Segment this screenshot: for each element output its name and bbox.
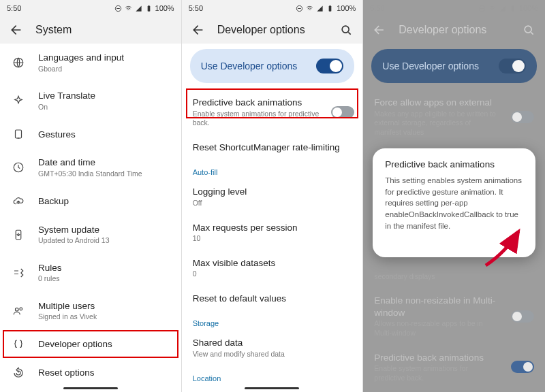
row-subtitle: On [38,103,170,112]
signal-icon [135,5,142,12]
back-icon[interactable] [191,23,205,37]
row-title: Reset options [38,367,170,379]
screen-title: System [35,24,72,36]
chip-label: Use Developer options [382,61,479,71]
row-title: Gestures [38,129,170,141]
row-gestures[interactable]: Gestures [0,120,181,148]
screen-developer-options-dialog: 5:50 100% Developer options Use Develope… [363,0,545,392]
row-title: Languages and input [38,52,170,64]
sparkle-icon [12,95,25,107]
back-icon[interactable] [10,23,23,37]
section-storage: Storage [182,311,363,330]
battery-icon [145,5,153,12]
cloud-icon [12,195,25,208]
row-title: Reset ShortcutManager rate-limiting [193,142,352,154]
row-subtitle: Enable system animations for predictive … [193,110,320,128]
row-live-translate[interactable]: Live TranslateOn [0,82,181,120]
svg-rect-3 [148,5,149,5]
row-title: Rules [38,262,170,274]
search-icon [522,23,535,37]
rules-icon [12,267,25,279]
row-developer-options[interactable]: Developer options [0,330,181,359]
row-secondary: secondary displays [363,270,545,289]
battery-icon [326,5,334,12]
row-reset-defaults[interactable]: Reset to default values [182,286,363,312]
status-indicators: 100% [296,4,356,12]
row-title: Enable non-resizable in Multi-window [374,295,499,318]
row-max-visible[interactable]: Max visible datasets0 [182,250,363,286]
row-title: Max visible datasets [193,257,352,270]
svg-rect-12 [329,5,332,11]
app-bar: Developer options [182,16,363,44]
row-multiple-users[interactable]: Multiple usersSigned in as Vivek [0,292,181,330]
row-title: Reset to default values [193,293,352,305]
row-title: System update [38,224,170,236]
row-title: Predictive back animations [193,97,320,109]
search-icon[interactable] [339,23,353,37]
dialog-ok-button[interactable]: OK [501,236,523,254]
row-title: Force allow apps on external [374,97,499,109]
users-icon [12,305,25,317]
wifi-icon [306,5,313,12]
toggle [511,361,534,373]
row-max-requests[interactable]: Max requests per session10 [182,215,363,250]
row-predictive-back: Predictive back animationsEnable system … [363,345,545,390]
svg-rect-2 [147,5,150,11]
row-subtitle: secondary displays [374,272,534,282]
row-backup[interactable]: Backup [0,187,181,216]
row-nonresizable: Enable non-resizable in Multi-windowAllo… [363,288,545,344]
row-title: Date and time [38,157,170,169]
row-shared-data[interactable]: Shared dataView and modify shared data [182,330,363,365]
row-subtitle: Allows non-resizable apps to be in Multi… [374,319,499,338]
toggle [511,310,534,323]
battery-pct: 100% [155,4,174,12]
chip-label: Use Developer options [201,61,298,71]
row-subtitle: View and modify shared data [193,350,352,359]
settings-list: Languages and inputGboard Live Translate… [0,44,181,392]
svg-point-9 [20,308,22,310]
row-subtitle: Updated to Android 13 [38,236,170,246]
settings-list: Use Developer options Predictive back an… [182,44,363,392]
dialog-title: Predictive back animations [385,159,523,169]
wifi-icon [125,5,132,12]
row-title: Shared data [193,337,352,349]
update-icon [12,229,25,241]
row-subtitle: GMT+05:30 India Standard Time [38,169,170,179]
screen-system: 5:50 100% System Languages and inputGboa… [0,0,182,392]
row-title: Backup [38,195,170,208]
section-location: Location [182,366,363,385]
nav-pill[interactable] [245,387,299,389]
status-bar: 5:50 100% [182,0,363,16]
screen-title: Developer options [399,24,486,36]
clock-icon [12,161,25,174]
row-predictive-back[interactable]: Predictive back animationsEnable system … [182,90,363,135]
status-time: 5:50 [189,4,203,12]
row-subtitle: Makes any app eligible to be written to … [374,110,499,137]
row-system-update[interactable]: System updateUpdated to Android 13 [0,216,181,254]
braces-icon [12,338,25,350]
use-developer-options-toggle[interactable] [316,59,343,74]
app-bar: Developer options [363,16,545,44]
row-date-time[interactable]: Date and timeGMT+05:30 India Standard Ti… [0,148,181,186]
row-reset-shortcutmanager[interactable]: Reset ShortcutManager rate-limiting [182,135,363,161]
row-languages[interactable]: Languages and inputGboard [0,44,181,82]
row-subtitle: Signed in as Vivek [38,312,170,322]
row-logging-level[interactable]: Logging levelOff [182,179,363,214]
row-title: Predictive back animations [374,352,499,364]
svg-point-8 [16,308,19,312]
use-developer-options-chip[interactable]: Use Developer options [190,49,355,83]
row-title: Logging level [193,186,352,198]
row-subtitle: Gboard [38,65,170,74]
nav-pill[interactable] [63,387,118,389]
dialog-body: This setting enables system animations f… [385,175,523,231]
use-developer-options-toggle [499,59,526,74]
screen-title: Developer options [217,24,305,36]
row-reset-options[interactable]: Reset options [0,359,181,387]
status-indicators: 100% [114,4,174,12]
battery-pct: 100% [337,4,356,12]
row-reset-shortcutmanager: Reset ShortcutManager rate-limiting [363,389,545,392]
row-rules[interactable]: Rules0 rules [0,254,181,292]
predictive-back-toggle[interactable] [331,106,354,118]
gesture-icon [12,128,25,140]
do-not-disturb-icon [296,5,303,12]
